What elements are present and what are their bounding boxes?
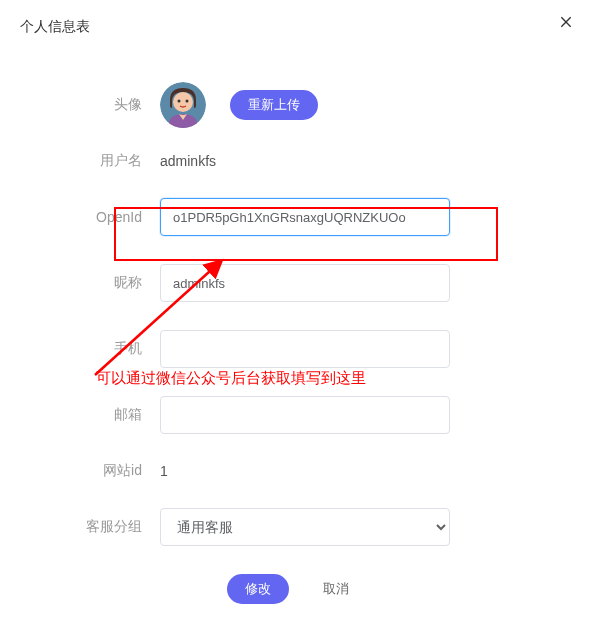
label-username: 用户名 xyxy=(40,152,160,170)
label-nickname: 昵称 xyxy=(40,274,160,292)
svg-point-3 xyxy=(173,92,193,112)
row-group: 客服分组 通用客服 xyxy=(40,508,552,546)
value-username: adminkfs xyxy=(160,153,216,169)
modal-footer: 修改 取消 xyxy=(40,574,552,604)
close-icon xyxy=(558,14,574,30)
email-input[interactable] xyxy=(160,396,450,434)
openid-input[interactable] xyxy=(160,198,450,236)
label-phone: 手机 xyxy=(40,340,160,358)
row-email: 邮箱 xyxy=(40,396,552,434)
label-email: 邮箱 xyxy=(40,406,160,424)
modal-body: 头像 重新上传 用户名 xyxy=(0,54,592,619)
label-group: 客服分组 xyxy=(40,518,160,536)
group-select[interactable]: 通用客服 xyxy=(160,508,450,546)
row-phone: 手机 xyxy=(40,330,552,368)
row-siteid: 网站id 1 xyxy=(40,462,552,480)
svg-point-5 xyxy=(186,100,189,103)
phone-input[interactable] xyxy=(160,330,450,368)
personal-info-modal: 个人信息表 头像 xyxy=(0,0,592,619)
avatar-image[interactable] xyxy=(160,82,206,128)
reupload-button[interactable]: 重新上传 xyxy=(230,90,318,120)
row-username: 用户名 adminkfs xyxy=(40,152,552,170)
label-siteid: 网站id xyxy=(40,462,160,480)
modal-header: 个人信息表 xyxy=(0,0,592,54)
annotation-text: 可以通过微信公众号后台获取填写到这里 xyxy=(96,369,366,388)
row-nickname: 昵称 xyxy=(40,264,552,302)
modal-title: 个人信息表 xyxy=(20,18,572,36)
avatar-icon xyxy=(160,82,206,128)
avatar-controls: 重新上传 xyxy=(160,82,552,128)
label-avatar: 头像 xyxy=(40,96,160,114)
submit-button[interactable]: 修改 xyxy=(227,574,289,604)
value-siteid: 1 xyxy=(160,463,168,479)
close-button[interactable] xyxy=(556,12,576,32)
nickname-input[interactable] xyxy=(160,264,450,302)
svg-point-4 xyxy=(178,100,181,103)
cancel-button[interactable]: 取消 xyxy=(307,574,365,604)
row-avatar: 头像 重新上传 xyxy=(40,74,552,128)
label-openid: OpenId xyxy=(40,209,160,225)
row-openid: OpenId xyxy=(40,198,552,236)
